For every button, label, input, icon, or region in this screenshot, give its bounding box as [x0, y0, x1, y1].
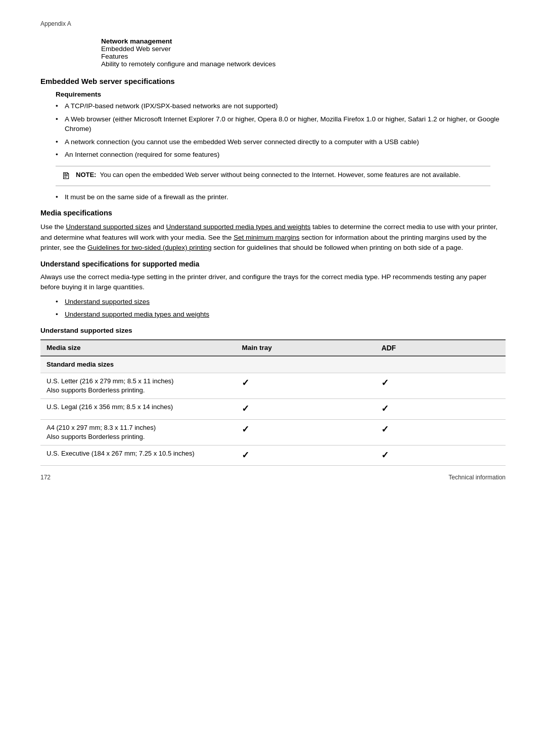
- req-bullet-2: A Web browser (either Microsoft Internet…: [56, 114, 506, 134]
- main-tray-letter: ✓: [236, 373, 375, 398]
- footer-section-label: Technical information: [448, 474, 506, 481]
- page-footer: 172 Technical information: [40, 474, 506, 481]
- table-row: U.S. Legal (216 x 356 mm; 8.5 x 14 inche…: [40, 399, 506, 419]
- network-management-heading: Network management: [101, 37, 506, 45]
- adf-executive: ✓: [375, 445, 506, 465]
- link-set-margins[interactable]: Set minimum margins: [234, 234, 300, 241]
- network-item-2: Features: [101, 53, 506, 60]
- main-tray-a4: ✓: [236, 419, 375, 445]
- footer-page-number: 172: [40, 474, 51, 481]
- standard-sizes-row: Standard media sizes: [40, 356, 506, 373]
- media-spec-body: Use the Understand supported sizes and U…: [40, 222, 506, 253]
- media-specifications-section: Media specifications Use the Understand …: [40, 209, 506, 253]
- check-icon: ✓: [381, 424, 389, 434]
- check-icon: ✓: [381, 378, 389, 388]
- note-label: NOTE:: [76, 171, 96, 179]
- appendix-label: Appendix A: [40, 20, 506, 27]
- link-understand-types[interactable]: Understand supported media types and wei…: [166, 223, 310, 231]
- network-management-block: Network management Embedded Web server F…: [101, 37, 506, 68]
- adf-legal: ✓: [375, 399, 506, 419]
- check-icon: ✓: [242, 378, 249, 388]
- table-row: A4 (210 x 297 mm; 8.3 x 11.7 inches)Also…: [40, 419, 506, 445]
- main-tray-legal: ✓: [236, 399, 375, 419]
- media-specifications-title: Media specifications: [40, 209, 506, 217]
- table-row: U.S. Letter (216 x 279 mm; 8.5 x 11 inch…: [40, 373, 506, 398]
- media-size-executive: U.S. Executive (184 x 267 mm; 7.25 x 10.…: [40, 445, 236, 465]
- understand-specifications-section: Understand specifications for supported …: [40, 260, 506, 466]
- standard-sizes-label: Standard media sizes: [40, 356, 506, 373]
- embedded-web-server-section: Embedded Web server specifications Requi…: [40, 77, 506, 202]
- check-icon: ✓: [242, 450, 249, 460]
- check-icon: ✓: [242, 424, 249, 434]
- firewall-list: It must be on the same side of a firewal…: [56, 192, 506, 202]
- check-icon: ✓: [381, 450, 389, 460]
- note-content: You can open the embedded Web server wit…: [98, 171, 461, 179]
- col-header-adf: ADF: [375, 340, 506, 356]
- media-size-legal: U.S. Legal (216 x 356 mm; 8.5 x 14 inche…: [40, 399, 236, 419]
- understand-link-sizes[interactable]: Understand supported sizes: [65, 298, 150, 305]
- table-header-row: Media size Main tray ADF: [40, 340, 506, 356]
- note-text: NOTE: You can open the embedded Web serv…: [76, 170, 461, 180]
- req-bullet-3: A network connection (you cannot use the…: [56, 137, 506, 147]
- req-bullet-1: A TCP/IP-based network (IPX/SPX-based ne…: [56, 101, 506, 111]
- media-size-table: Media size Main tray ADF Standard media …: [40, 339, 506, 466]
- firewall-bullet: It must be on the same side of a firewal…: [56, 192, 506, 202]
- understand-link-sizes-item: Understand supported sizes: [56, 297, 506, 307]
- check-icon: ✓: [381, 404, 389, 414]
- col-header-media-size: Media size: [40, 340, 236, 356]
- note-icon: 🖹: [62, 171, 71, 182]
- link-guidelines-duplex[interactable]: Guidelines for two-sided (duplex) printi…: [87, 244, 211, 251]
- understand-link-types[interactable]: Understand supported media types and wei…: [65, 310, 209, 318]
- col-header-main-tray: Main tray: [236, 340, 375, 356]
- understand-sizes-heading: Understand supported sizes: [40, 327, 506, 334]
- requirements-heading: Requirements: [56, 91, 506, 98]
- media-size-a4: A4 (210 x 297 mm; 8.3 x 11.7 inches)Also…: [40, 419, 236, 445]
- network-item-3: Ability to remotely configure and manage…: [101, 60, 506, 68]
- check-icon: ✓: [242, 404, 249, 414]
- understand-links-list: Understand supported sizes Understand su…: [56, 297, 506, 320]
- understand-link-types-item: Understand supported media types and wei…: [56, 309, 506, 320]
- requirements-list: A TCP/IP-based network (IPX/SPX-based ne…: [56, 101, 506, 160]
- link-understand-sizes[interactable]: Understand supported sizes: [66, 223, 151, 231]
- table-row: U.S. Executive (184 x 267 mm; 7.25 x 10.…: [40, 445, 506, 465]
- adf-letter: ✓: [375, 373, 506, 398]
- note-box: 🖹 NOTE: You can open the embedded Web se…: [56, 166, 490, 186]
- req-bullet-4: An Internet connection (required for som…: [56, 150, 506, 160]
- network-item-1: Embedded Web server: [101, 45, 506, 53]
- understand-spec-title: Understand specifications for supported …: [40, 260, 506, 268]
- adf-a4: ✓: [375, 419, 506, 445]
- main-tray-executive: ✓: [236, 445, 375, 465]
- embedded-web-server-title: Embedded Web server specifications: [40, 77, 506, 85]
- page: Appendix A Network management Embedded W…: [0, 0, 546, 496]
- understand-spec-body: Always use the correct media-type settin…: [40, 272, 506, 293]
- media-size-letter: U.S. Letter (216 x 279 mm; 8.5 x 11 inch…: [40, 373, 236, 398]
